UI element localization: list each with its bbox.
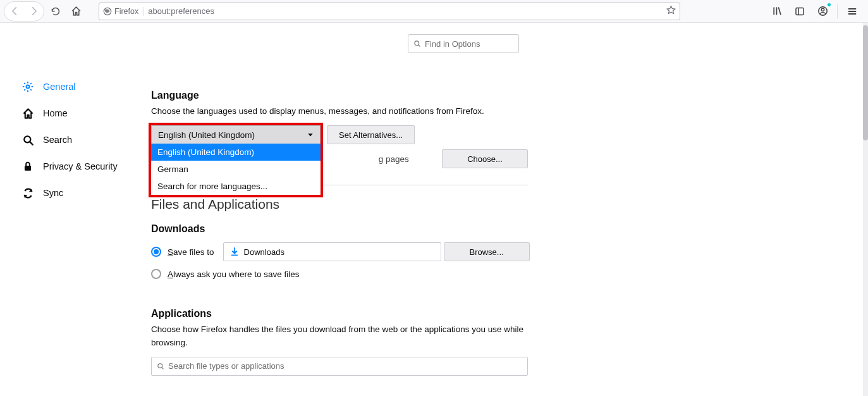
- sidebar-item-label: Search: [43, 135, 72, 145]
- account-button[interactable]: [814, 3, 831, 20]
- svg-point-12: [158, 364, 162, 368]
- forward-button[interactable]: [25, 3, 42, 20]
- applications-search-input[interactable]: Search file types or applications: [151, 357, 528, 376]
- search-icon: [413, 40, 421, 47]
- sync-icon: [21, 187, 34, 199]
- home-button[interactable]: [67, 3, 85, 20]
- scrollbar-thumb[interactable]: [863, 25, 868, 140]
- svg-rect-8: [25, 166, 31, 171]
- always-ask-row[interactable]: Always ask you where to save files: [151, 269, 679, 279]
- toolbar-separator: [837, 4, 838, 18]
- gear-icon: [21, 80, 34, 93]
- notification-dot-icon: [827, 3, 831, 7]
- toolbar-right: [769, 3, 864, 20]
- sidebar-item-label: General: [43, 82, 76, 92]
- sidebar-item-general[interactable]: General: [21, 73, 142, 100]
- reload-icon: [51, 6, 61, 16]
- reload-button[interactable]: [47, 3, 64, 20]
- sidebar-icon: [795, 6, 805, 16]
- radio-save-files-to[interactable]: [151, 247, 161, 257]
- sidebar-item-privacy[interactable]: Privacy & Security: [21, 153, 142, 180]
- browse-button[interactable]: Browse...: [444, 242, 530, 261]
- language-option[interactable]: English (United Kingdom): [151, 144, 321, 161]
- sidebar-item-label: Privacy & Security: [43, 161, 118, 171]
- reading-pages-fragment: g pages: [379, 154, 409, 164]
- star-icon: [666, 5, 676, 15]
- account-icon: [817, 6, 828, 16]
- arrow-right-icon: [29, 6, 39, 16]
- home-icon: [71, 6, 82, 16]
- svg-point-9: [415, 41, 419, 46]
- button-label: Choose...: [467, 154, 503, 164]
- svg-line-13: [162, 368, 164, 369]
- svg-point-5: [27, 85, 30, 89]
- language-dropdown-list: English (United Kingdom) German Search f…: [151, 144, 321, 195]
- hamburger-icon: [847, 6, 857, 16]
- language-dropdown[interactable]: English (United Kingdom) English (United…: [151, 125, 321, 144]
- sidebar-toggle-button[interactable]: [792, 3, 808, 20]
- applications-description: Choose how Firefox handles the files you…: [151, 323, 528, 349]
- preferences-sidebar: General Home Search Privacy & Security S…: [0, 23, 142, 396]
- sidebar-item-label: Sync: [43, 188, 63, 198]
- site-identity[interactable]: Firefox: [103, 7, 144, 16]
- download-folder-value: Downloads: [244, 247, 284, 257]
- applications-heading: Applications: [151, 308, 679, 319]
- button-label: Set Alternatives...: [339, 130, 403, 140]
- language-dropdown-button[interactable]: English (United Kingdom): [151, 125, 321, 144]
- sidebar-item-search[interactable]: Search: [21, 127, 142, 153]
- browser-toolbar: Firefox about:preferences: [0, 0, 868, 23]
- search-icon: [157, 362, 164, 370]
- always-ask-rest: lways ask you where to save files: [173, 269, 300, 279]
- language-option[interactable]: German: [151, 161, 321, 178]
- identity-label: Firefox: [114, 7, 138, 16]
- main-area: General Home Search Privacy & Security S…: [0, 23, 868, 396]
- svg-rect-1: [796, 8, 804, 15]
- set-alternatives-button[interactable]: Set Alternatives...: [327, 125, 415, 144]
- lock-icon: [21, 161, 34, 172]
- preferences-content: Find in Options Language Choose the lang…: [142, 23, 868, 396]
- url-bar[interactable]: Firefox about:preferences: [99, 3, 680, 20]
- downloads-heading: Downloads: [151, 223, 679, 235]
- language-selected-value: English (United Kingdom): [158, 130, 255, 140]
- menu-button[interactable]: [844, 3, 860, 20]
- radio-always-ask[interactable]: [151, 269, 161, 279]
- svg-line-10: [419, 45, 420, 47]
- back-button[interactable]: [6, 3, 23, 20]
- find-placeholder: Find in Options: [425, 39, 480, 49]
- search-icon: [21, 134, 34, 146]
- language-heading: Language: [151, 90, 528, 101]
- svg-line-7: [30, 142, 32, 144]
- choose-language-button[interactable]: Choose...: [442, 149, 528, 168]
- library-icon: [772, 6, 783, 16]
- button-label: Browse...: [469, 247, 503, 257]
- url-text: about:preferences: [148, 6, 663, 16]
- find-in-options-input[interactable]: Find in Options: [408, 34, 519, 53]
- home-icon: [21, 108, 34, 120]
- sidebar-item-sync[interactable]: Sync: [21, 180, 142, 206]
- files-applications-heading: Files and Applications: [151, 197, 679, 212]
- language-description: Choose the languages used to display men…: [151, 105, 528, 118]
- svg-point-4: [821, 8, 824, 11]
- chevron-down-icon: [307, 132, 314, 138]
- sidebar-item-label: Home: [43, 108, 68, 118]
- applications-search-placeholder: Search file types or applications: [168, 361, 284, 371]
- download-arrow-icon: [230, 247, 239, 256]
- bookmark-star-button[interactable]: [666, 5, 676, 17]
- save-to-label-rest: ave files to: [173, 247, 214, 257]
- firefox-icon: [103, 7, 112, 16]
- arrow-left-icon: [10, 6, 20, 16]
- library-button[interactable]: [769, 3, 785, 20]
- nav-button-group: [4, 1, 44, 22]
- sidebar-item-home[interactable]: Home: [21, 100, 142, 127]
- language-option[interactable]: Search for more languages...: [151, 178, 321, 195]
- save-files-to-row[interactable]: Save files to Downloads Browse...: [151, 242, 679, 261]
- download-folder-field[interactable]: Downloads: [223, 242, 441, 261]
